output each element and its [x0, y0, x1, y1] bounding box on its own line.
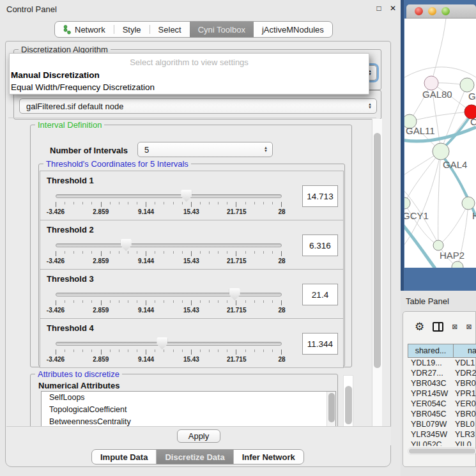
checkbox-icon[interactable]: ⊠ [466, 323, 472, 330]
cyni-bottom-tabbar: Impute Data Discretize Data Infer Networ… [91, 449, 304, 464]
settings-scrollbar[interactable] [372, 119, 382, 427]
zoom-traffic-light-icon[interactable] [441, 7, 450, 15]
combo-arrows-icon: ▲▼ [368, 103, 372, 109]
control-panel-window: Control Panel □ ✕ Network Style Select C… [0, 0, 400, 476]
tab-network-label: Network [75, 25, 105, 35]
slider-ticks [56, 349, 282, 355]
slider-thumb[interactable] [157, 337, 167, 349]
algorithm-dropdown-popup: Select algorithm to view settings Manual… [9, 53, 369, 95]
network-window-titlebar[interactable] [406, 4, 476, 19]
table-panel: Table Panel ⚙ ⊠ ⊠ shared... na YDL19...Y… [401, 291, 476, 476]
interval-definition-group: Interval Definition Number of Intervals … [30, 125, 352, 367]
table-toolbar: ⚙ ⊠ ⊠ [403, 312, 475, 341]
table-data-value: galFiltered.sif default node [20, 102, 123, 111]
scrollbar-thumb[interactable] [345, 386, 352, 424]
float-window-icon[interactable]: □ [374, 3, 384, 13]
threshold-2-value-field[interactable]: 6.316 [302, 234, 338, 256]
slider-track [56, 243, 282, 247]
apply-button[interactable]: Apply [177, 429, 220, 443]
option-equal-width-frequency[interactable]: Equal Width/Frequency Discretization [10, 80, 369, 92]
tab-style[interactable]: Style [114, 22, 150, 37]
scrollbar-thumb[interactable] [374, 133, 381, 368]
column-header-shared-name[interactable]: shared... [408, 344, 454, 357]
threshold-1-value-field[interactable]: 14.713 [302, 185, 338, 207]
threshold-3-panel: Threshold 3 -3.426 2.859 9.144 15.43 21.… [40, 269, 344, 319]
table-row[interactable]: YBR045CYBR0 [408, 409, 476, 419]
network-icon [63, 25, 72, 35]
checkbox-icon[interactable]: ⊠ [452, 323, 457, 330]
gear-icon[interactable]: ⚙ [415, 321, 424, 332]
node-gcy1[interactable] [404, 197, 410, 209]
node-label-partial-top-right: GA [468, 91, 476, 102]
list-scrollbar[interactable] [326, 392, 335, 427]
list-item[interactable]: SelfLoops [42, 392, 335, 404]
slider-thumb[interactable] [121, 239, 132, 251]
column-layout-icon[interactable] [433, 322, 443, 332]
close-icon[interactable]: ✕ [388, 3, 398, 13]
threshold-3-slider[interactable]: -3.426 2.859 9.144 15.43 21.715 28 [56, 289, 282, 318]
network-canvas[interactable]: GAL80 GA C GAL11 GAL4 GCY1 H HAP2 [404, 19, 476, 268]
attributes-group: Attributes to discretize Numerical Attri… [30, 374, 338, 427]
interval-definition-title: Interval Definition [35, 120, 104, 130]
tab-impute-data[interactable]: Impute Data [92, 450, 156, 464]
slider-thumb[interactable] [229, 288, 240, 300]
threshold-2-panel: Threshold 2 -3.426 2.859 9.144 15.43 21.… [40, 220, 344, 270]
threshold-4-slider[interactable]: -3.426 2.859 9.144 15.43 21.715 28 [56, 338, 282, 367]
control-panel-title: Control Panel [6, 4, 57, 14]
slider-track [56, 194, 282, 198]
close-traffic-light-icon[interactable] [415, 7, 423, 15]
attributes-scrollbar[interactable] [343, 375, 353, 427]
settings-viewport: Interval Definition Number of Intervals … [8, 118, 374, 427]
algorithm-hint: Select algorithm to view settings [10, 54, 369, 67]
node-partial-top-right[interactable] [460, 78, 474, 92]
numerical-attributes-label: Numerical Attributes [38, 381, 119, 390]
column-header-name[interactable]: na [454, 344, 476, 357]
node-partial-low-right[interactable] [462, 197, 475, 210]
list-item[interactable]: TopologicalCoefficient [42, 404, 335, 416]
table-horizontal-scrollbar[interactable] [408, 447, 476, 455]
table-row[interactable]: YDL19...YDL1 [408, 358, 476, 368]
slider-thumb[interactable] [181, 190, 192, 202]
node-gal4[interactable] [433, 143, 449, 160]
node-hap2[interactable] [433, 240, 443, 250]
node-label-partial-low-right: H [472, 210, 476, 221]
table-row[interactable]: YIL052CYIL0 [408, 440, 476, 446]
tab-cyni-toolbox[interactable]: Cyni Toolbox [190, 22, 254, 37]
table-panel-body: ⚙ ⊠ ⊠ shared... na YDL19...YDL1 YDR27...… [403, 311, 476, 467]
node-label-gal4: GAL4 [443, 159, 467, 170]
node-label-gal80: GAL80 [422, 89, 452, 100]
node-gal80[interactable] [424, 76, 438, 90]
tab-discretize-data[interactable]: Discretize Data [157, 450, 233, 464]
threshold-2-slider[interactable]: -3.426 2.859 9.144 15.43 21.715 28 [56, 240, 282, 269]
node-label-partial-mid-right: C [470, 116, 476, 127]
threshold-4-value-field[interactable]: 11.344 [302, 333, 338, 355]
node-label-gcy1: GCY1 [404, 210, 429, 221]
scrollbar-thumb[interactable] [409, 449, 475, 454]
slider-track [56, 342, 282, 346]
table-row[interactable]: YBR043CYBR0 [408, 378, 476, 388]
slider-ticks [56, 251, 282, 256]
table-row[interactable]: YBL079WYBL0 [408, 419, 476, 429]
threshold-3-value-field[interactable]: 21.4 [302, 284, 338, 305]
minimize-traffic-light-icon[interactable] [428, 7, 436, 15]
node-partial-bottom[interactable] [452, 261, 463, 268]
tab-infer-network[interactable]: Infer Network [234, 450, 303, 464]
tab-jactivemnodules[interactable]: jActiveMNodules [254, 22, 332, 37]
scrollbar-thumb[interactable] [328, 393, 335, 422]
table-panel-title: Table Panel [406, 296, 449, 306]
table-data-select[interactable]: galFiltered.sif default node ▲▼ [19, 98, 377, 114]
threshold-1-slider[interactable]: -3.426 2.859 9.144 15.43 21.715 28 [56, 190, 282, 220]
option-manual-discretization[interactable]: Manual Discretization [10, 67, 369, 80]
network-view-window[interactable]: GAL80 GA C GAL11 GAL4 GCY1 H HAP2 [401, 0, 476, 291]
tab-select[interactable]: Select [150, 22, 190, 37]
number-of-intervals-select[interactable]: 5 ▲▼ [137, 142, 273, 157]
thresholds-title: Threshold's Coordinates for 5 Intervals [43, 159, 191, 169]
number-of-intervals-label: Number of Intervals [50, 146, 128, 155]
slider-ticks [56, 202, 282, 207]
network-edges [404, 19, 476, 267]
table-row[interactable]: YDR27...YDR2 [408, 368, 476, 378]
tab-network[interactable]: Network [55, 22, 114, 37]
table-row[interactable]: YLR345WYLR3 [408, 429, 476, 440]
table-row[interactable]: YPR145WYPR1 [408, 388, 476, 399]
table-row[interactable]: YER054CYER0 [408, 399, 476, 409]
